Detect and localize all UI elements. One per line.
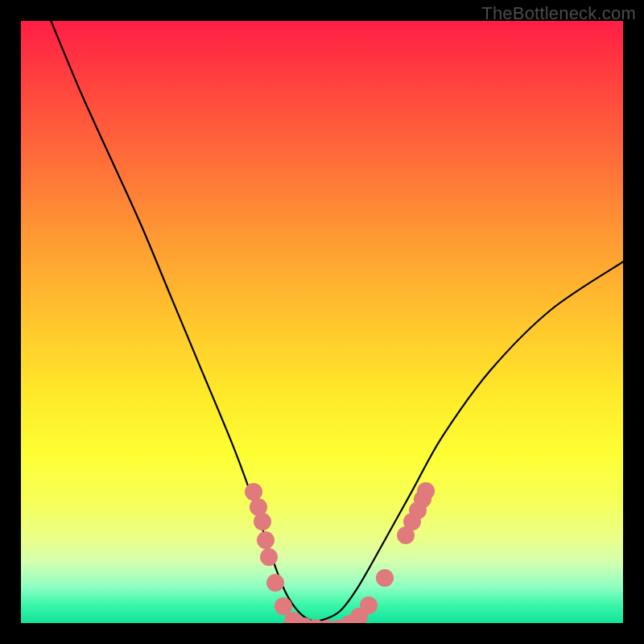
emphasis-dot xyxy=(275,597,292,615)
emphasis-dot xyxy=(254,513,271,530)
emphasis-dot xyxy=(257,531,275,549)
emphasis-dot xyxy=(360,597,378,614)
chart-svg xyxy=(21,21,623,623)
emphasis-dot xyxy=(376,569,394,587)
emphasis-dot xyxy=(260,548,278,566)
chart-plot-area xyxy=(21,21,623,623)
emphasis-dot xyxy=(417,482,435,500)
emphasis-dot xyxy=(266,574,284,592)
bottleneck-curve xyxy=(51,21,623,621)
emphasis-dot xyxy=(245,483,262,501)
